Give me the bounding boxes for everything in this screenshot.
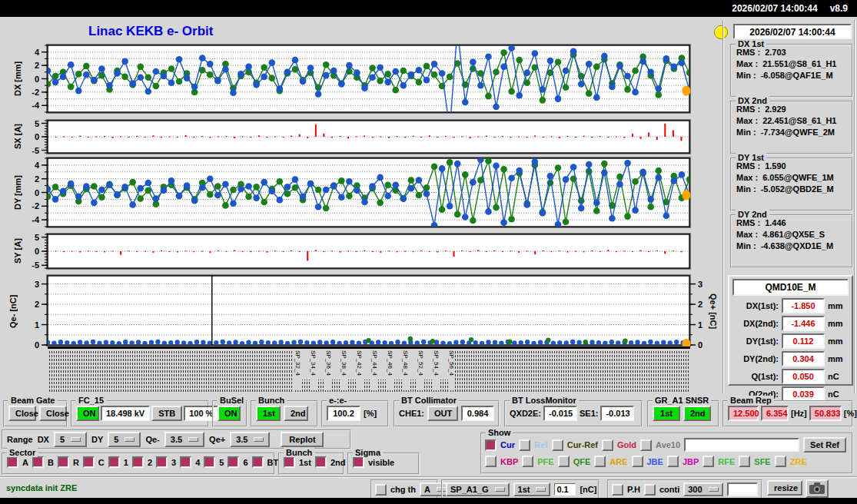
range-qep-select[interactable]: 3.5 [230, 432, 270, 447]
show-zre-label: ZRE [790, 457, 807, 466]
ph-checkbox[interactable] [612, 484, 623, 496]
bunch-1st-checkbox[interactable] [284, 456, 295, 468]
bpm-label: SP_46_4 [387, 350, 394, 390]
sector-6-checkbox[interactable] [228, 456, 239, 468]
qmd-row-unit: nC [828, 390, 839, 399]
conti-checkbox[interactable] [644, 484, 656, 496]
threshold-input[interactable] [554, 483, 576, 496]
show-rfe-checkbox[interactable] [703, 456, 714, 467]
sector-a-checkbox[interactable] [7, 456, 18, 468]
bt-lossmonitor-title: BT LossMonitor [510, 396, 579, 405]
points-value: 300 [688, 485, 702, 494]
sector-c-label: C [98, 458, 105, 467]
beam-rep-value1: 12.500 [728, 406, 759, 421]
sector-c-checkbox[interactable] [83, 456, 95, 468]
sector-r-checkbox[interactable] [58, 456, 69, 468]
show-sfe-checkbox[interactable] [739, 456, 750, 467]
sp-select[interactable]: SP_A1_G [446, 482, 510, 496]
beam-rep-group: Beam Rep 12.500 6.354 [Hz] 50.833 [%] [722, 400, 853, 427]
bpm-label: SP_48_4 [402, 350, 409, 390]
sector-4-checkbox[interactable] [180, 456, 191, 468]
svg-text:1: 1 [698, 320, 703, 330]
range-dy-label: DY [91, 435, 103, 444]
gr-a1-2nd-button[interactable]: 2nd [683, 406, 711, 421]
sector-b-checkbox[interactable] [32, 456, 44, 468]
show-ave10-checkbox[interactable] [640, 439, 652, 451]
qmd-row-label: DX(1st): [732, 301, 779, 310]
option-menu-icon [536, 487, 546, 492]
beam-gate-close2-button[interactable]: Close [39, 406, 67, 421]
bunch-2nd-checkbox[interactable] [315, 456, 327, 468]
acquisition-datetime: 2026/02/07 14:00:44 [733, 24, 852, 39]
charge-plot: 33221100 [0, 271, 726, 350]
sp-bunch-select[interactable]: 1st [513, 482, 551, 496]
replot-button[interactable]: Replot [281, 432, 324, 447]
beam-rep-value2: 6.354 [761, 406, 789, 421]
fc15-on-button[interactable]: ON [76, 406, 99, 421]
titlebar-version: v8.9 [830, 3, 848, 14]
sector-2-checkbox[interactable] [132, 456, 144, 468]
min-label: Min : [736, 128, 756, 137]
points-select[interactable]: 300 [683, 482, 722, 496]
che1-out-button[interactable]: OUT [427, 406, 458, 421]
bpm-label: SP_34_4 [310, 350, 317, 390]
show-are-label: ARE [610, 457, 627, 466]
threshold-sector-value: A [424, 485, 430, 494]
show-are-checkbox[interactable] [594, 456, 606, 467]
show-ref-label: Ref [534, 440, 548, 449]
sigma-visible-checkbox[interactable] [353, 456, 364, 468]
sector-2-label: 2 [148, 458, 152, 467]
show-jbe-checkbox[interactable] [632, 456, 643, 467]
gr-a1-1st-button[interactable]: 1st [653, 406, 680, 421]
camera-icon [809, 482, 825, 495]
dx-orbit-plot: 420-2-4 [0, 41, 726, 117]
resize-button[interactable]: resize [767, 480, 802, 496]
panel-separator [722, 20, 724, 393]
dx1st-stats-box: DX 1st RMS :2.703 Max :21.551@S8_61_H1 M… [730, 44, 853, 98]
rms-value: 1.446 [765, 218, 786, 227]
busel-on-button[interactable]: ON [218, 406, 241, 421]
set-ref-input[interactable] [684, 438, 799, 452]
sp-bunch-value: 1st [518, 485, 530, 494]
range-qep-value: 3.5 [236, 435, 247, 444]
beam-gate-close1-button[interactable]: Close [8, 406, 36, 421]
qmd-monitor-panel: QMD10E_M DX(1st):-1.850mm DX(2nd):-1.446… [728, 275, 853, 386]
show-pfe-checkbox[interactable] [522, 456, 533, 467]
sector-6-label: 6 [243, 458, 247, 467]
qmd-row-label: Q(1st): [732, 372, 779, 381]
show-qfe-checkbox[interactable] [558, 456, 570, 467]
show-gold-checkbox[interactable] [602, 439, 613, 451]
chg-th-checkbox[interactable] [375, 484, 387, 496]
min-value: -6.058@QAF1E_M [761, 71, 833, 80]
show-kbp-label: KBP [500, 457, 518, 466]
range-dy-select[interactable]: 5 [108, 432, 141, 447]
show-cur-ref-checkbox[interactable] [552, 439, 563, 451]
qmd-monitor-title: QMD10E_M [732, 279, 849, 296]
show-kbp-checkbox[interactable] [485, 456, 497, 467]
sector-3-checkbox[interactable] [156, 456, 168, 468]
show-cur-checkbox[interactable] [485, 439, 497, 451]
snapshot-button[interactable] [806, 479, 829, 498]
set-ref-button[interactable]: Set Ref [803, 437, 846, 453]
bunch-2nd-button[interactable]: 2nd [284, 406, 308, 421]
show-zre-checkbox[interactable] [775, 456, 786, 467]
qmd-row-value: 0.112 [782, 333, 825, 349]
sp-select-value: SP_A1_G [450, 485, 489, 494]
range-qem-select[interactable]: 3.5 [164, 432, 204, 447]
sector-bt-checkbox[interactable] [252, 456, 264, 468]
bunch-1st-button[interactable]: 1st [256, 406, 281, 421]
show-ref-checkbox[interactable] [519, 439, 530, 451]
busel-group: BuSel ON [212, 400, 247, 427]
range-dx-select[interactable]: 5 [54, 432, 87, 447]
bpm-label: SP_36_4 [325, 350, 332, 390]
svg-text:2: 2 [35, 174, 39, 184]
beam-rep-title: Beam Rep [728, 396, 774, 405]
fc15-stb-button[interactable]: STB [151, 406, 182, 421]
show-jbp-checkbox[interactable] [667, 456, 679, 467]
sector-1-checkbox[interactable] [108, 456, 120, 468]
sector-5-checkbox[interactable] [204, 456, 215, 468]
count-input[interactable] [727, 482, 758, 496]
show-jbp-label: JBP [683, 457, 699, 466]
option-menu-icon [709, 487, 719, 492]
gr-a1-snsr-group: GR_A1 SNSR 1st 2nd [647, 400, 719, 427]
